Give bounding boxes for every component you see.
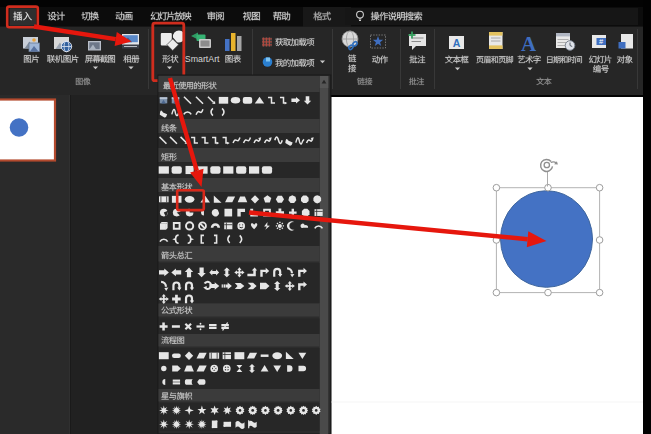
svg-text:A: A bbox=[521, 32, 537, 56]
svg-text:A: A bbox=[453, 37, 461, 49]
svg-text:SmartArt: SmartArt bbox=[185, 54, 220, 64]
